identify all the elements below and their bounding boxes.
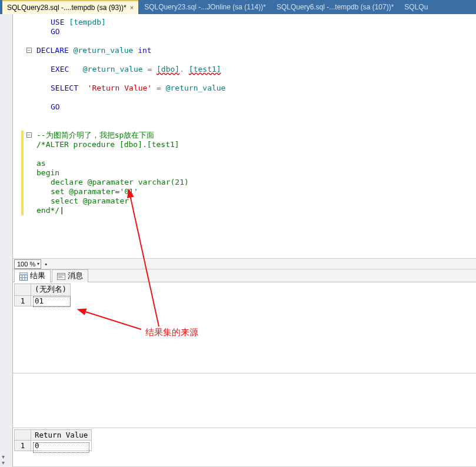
zoom-dropdown[interactable]: 100 % ▾ [14, 259, 41, 269]
tab-label: SQLQu [404, 3, 428, 11]
tab-label: SQLQuery6.sql -...tempdb (sa (107))* [277, 3, 394, 11]
code-line[interactable]: select @paramater [15, 196, 476, 206]
code-line[interactable]: GO [15, 102, 476, 112]
results-tab-label: 结果 [30, 271, 45, 281]
tab-query28[interactable]: SQLQuery28.sql -....tempdb (sa (93))* × [2, 0, 138, 14]
grid-header[interactable]: Return Value [31, 430, 92, 441]
code-line[interactable] [15, 74, 476, 84]
left-gutter: ▾▾ [0, 14, 13, 467]
code-line[interactable] [15, 112, 476, 121]
tab-overflow[interactable]: SQLQu [400, 1, 432, 14]
code-line[interactable]: USE [tempdb] [15, 18, 476, 27]
grid-cell[interactable]: 01 [31, 296, 71, 306]
code-line[interactable]: --为图简介明了，我把sp放在下面 [15, 131, 476, 140]
code-line[interactable]: EXEC @return_value = [dbo]. [test1] [15, 65, 476, 74]
close-icon[interactable]: × [130, 4, 134, 11]
code-line[interactable]: DECLARE @return_value int [15, 46, 476, 55]
svg-rect-7 [58, 273, 65, 275]
grid-cell[interactable]: 0 [31, 441, 92, 451]
bullet-icon: • [45, 261, 47, 268]
chevron-down-icon[interactable]: ▾▾ [2, 454, 5, 466]
code-line[interactable]: begin [15, 168, 476, 178]
tab-results[interactable]: 结果 [14, 269, 51, 282]
grid-icon [19, 272, 28, 281]
chevron-down-icon: ▾ [37, 261, 39, 266]
fold-toggle[interactable]: − [26, 48, 32, 53]
code-line[interactable]: /*ALTER procedure [dbo].[test1] [15, 140, 476, 149]
code-line[interactable]: GO [15, 27, 476, 36]
tab-messages[interactable]: 消息 [52, 269, 88, 282]
code-line[interactable] [15, 93, 476, 102]
tab-label: SQLQuery28.sql -....tempdb (sa (93))* [7, 4, 127, 12]
zoom-bar: 100 % ▾ • [13, 258, 476, 269]
zoom-value: 100 % [17, 261, 35, 268]
code-line[interactable]: SELECT 'Return Value' = @return_value [15, 84, 476, 93]
results-spacer [13, 373, 476, 428]
message-icon [57, 272, 65, 281]
grid-corner[interactable] [15, 284, 31, 296]
annotation-label: 结果集的来源 [145, 327, 198, 338]
change-bar [21, 131, 24, 215]
code-line[interactable] [15, 149, 476, 159]
tabs-bar: SQLQuery28.sql -....tempdb (sa (93))* × … [0, 0, 476, 14]
code-line[interactable]: set @paramater='01' [15, 187, 476, 196]
code-line[interactable] [15, 36, 476, 46]
tab-query6[interactable]: SQLQuery6.sql -...tempdb (sa (107))* [272, 1, 398, 14]
result-tabs: 结果 消息 [13, 269, 476, 282]
code-line[interactable]: as [15, 159, 476, 168]
grid-header[interactable]: (无列名) [31, 284, 71, 296]
tab-label: SQLQuery23.sql -...JOnline (sa (114))* [144, 3, 266, 11]
grid-rownum[interactable]: 1 [15, 441, 31, 451]
tab-query23[interactable]: SQLQuery23.sql -...JOnline (sa (114))* [139, 1, 271, 14]
svg-rect-5 [20, 272, 28, 275]
code-line[interactable] [15, 121, 476, 131]
sql-editor[interactable]: USE [tempdb]GODECLARE @return_value int−… [13, 14, 476, 269]
code-line[interactable] [15, 55, 476, 65]
results-grid-2[interactable]: Return Value 1 0 [13, 428, 476, 467]
results-grid-1[interactable]: (无列名) 1 01 [13, 282, 476, 373]
fold-toggle[interactable]: − [26, 132, 32, 138]
messages-tab-label: 消息 [68, 271, 83, 281]
grid-corner[interactable] [15, 430, 31, 441]
grid-rownum[interactable]: 1 [15, 296, 31, 306]
code-line[interactable]: end*/| [15, 206, 476, 215]
code-line[interactable]: declare @paramater varchar(21) [15, 178, 476, 187]
